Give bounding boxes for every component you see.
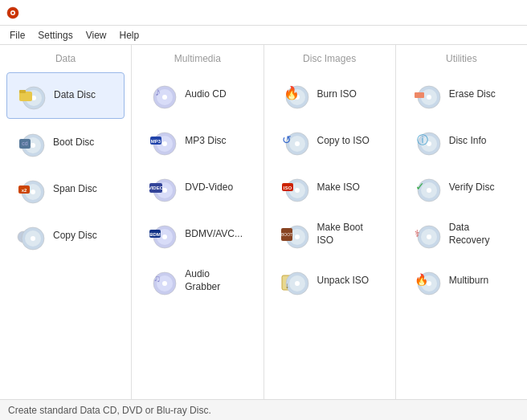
- burn-iso-icon: 🔥: [279, 79, 311, 111]
- svg-text:MP3: MP3: [151, 139, 161, 144]
- svg-text:↓: ↓: [285, 281, 289, 290]
- svg-point-55: [295, 188, 300, 193]
- column-data: DataData DisccdBoot Discx2Span DiscCopy …: [0, 45, 132, 399]
- item-mp3-disc[interactable]: MP3MP3 Disc: [138, 119, 256, 164]
- boot-disc-label: Boot Disc: [53, 137, 94, 149]
- menu-item-settings[interactable]: Settings: [31, 28, 79, 43]
- svg-text:♫: ♫: [153, 273, 161, 284]
- item-data-recovery[interactable]: ⚕Data Recovery: [402, 212, 521, 257]
- svg-text:🔥: 🔥: [284, 85, 300, 100]
- unpack-iso-label: Unpack ISO: [317, 275, 370, 287]
- item-erase-disc[interactable]: Erase Disc: [402, 72, 521, 117]
- svg-point-60: [295, 234, 300, 239]
- item-multiburn[interactable]: 🔥Multiburn: [402, 259, 521, 304]
- svg-text:VIDEO: VIDEO: [149, 186, 164, 190]
- item-data-disc[interactable]: Data Disc: [6, 72, 125, 119]
- column-disc-images: Disc Images🔥Burn ISO↺Copy to ISOISOMake …: [264, 45, 396, 399]
- menu-item-view[interactable]: View: [80, 28, 113, 43]
- span-disc-label: Span Disc: [53, 183, 97, 196]
- copy-to-iso-icon: ↺: [279, 125, 311, 157]
- data-recovery-label: Data Recovery: [449, 222, 513, 247]
- svg-text:cd: cd: [22, 141, 28, 146]
- item-unpack-iso[interactable]: ↓Unpack ISO: [271, 259, 389, 304]
- column-utilities: UtilitiesErase DiscⓘDisc Info✓Verify Dis…: [396, 45, 527, 399]
- item-boot-disc[interactable]: cdBoot Disc: [6, 120, 125, 165]
- make-boot-iso-icon: BOOT: [279, 218, 311, 251]
- dvd-video-label: DVD-Video: [185, 181, 233, 194]
- svg-point-21: [31, 236, 35, 241]
- disc-info-label: Disc Info: [449, 135, 487, 148]
- bdmv-icon: BDM: [146, 218, 178, 251]
- svg-text:🔥: 🔥: [415, 273, 429, 287]
- mp3-disc-icon: MP3: [146, 125, 178, 157]
- erase-disc-icon: [411, 79, 443, 111]
- title-bar-controls: [469, 5, 521, 21]
- svg-point-24: [162, 95, 167, 100]
- svg-text:✓: ✓: [415, 180, 425, 193]
- svg-text:BOOT: BOOT: [280, 232, 292, 237]
- svg-text:x2: x2: [22, 188, 27, 193]
- item-disc-info[interactable]: ⓘDisc Info: [402, 119, 521, 164]
- svg-point-70: [427, 95, 431, 100]
- data-disc-icon: [15, 80, 47, 112]
- svg-point-66: [295, 281, 300, 286]
- multiburn-label: Multiburn: [449, 275, 488, 287]
- menu-item-file[interactable]: File: [3, 28, 31, 43]
- title-bar: [0, 0, 527, 26]
- make-boot-iso-label: Make BootISO: [317, 222, 363, 247]
- close-button[interactable]: [505, 5, 521, 21]
- column-multimedia: Multimedia♪Audio CDMP3MP3 DiscVIDEODVD-V…: [132, 45, 264, 399]
- svg-rect-7: [19, 90, 26, 93]
- copy-to-iso-label: Copy to ISO: [317, 135, 370, 148]
- column-items: ♪Audio CDMP3MP3 DiscVIDEODVD-VideoBDMBDM…: [132, 69, 263, 307]
- item-copy-to-iso[interactable]: ↺Copy to ISO: [271, 119, 389, 164]
- erase-disc-label: Erase Disc: [449, 88, 496, 101]
- item-burn-iso[interactable]: 🔥Burn ISO: [271, 72, 389, 117]
- make-iso-icon: ISO: [279, 172, 311, 204]
- app-logo-icon: [6, 6, 19, 19]
- item-audio-cd[interactable]: ♪Audio CD: [138, 72, 256, 117]
- column-header: Disc Images: [264, 45, 395, 69]
- copy-disc-label: Copy Disc: [53, 230, 97, 243]
- status-bar: Create standard Data CD, DVD or Blu-ray …: [0, 399, 527, 420]
- svg-text:♪: ♪: [155, 85, 161, 98]
- make-iso-label: Make ISO: [317, 181, 360, 194]
- svg-text:ISO: ISO: [283, 186, 292, 190]
- span-disc-icon: x2: [14, 173, 47, 206]
- data-recovery-icon: ⚕: [411, 218, 443, 251]
- dvd-video-icon: VIDEO: [146, 172, 178, 204]
- item-span-disc[interactable]: x2Span Disc: [6, 167, 125, 212]
- svg-point-38: [162, 234, 167, 239]
- column-header: Data: [0, 45, 131, 69]
- svg-rect-71: [415, 92, 424, 98]
- audio-grabber-label: AudioGrabber: [185, 268, 220, 293]
- svg-point-2: [12, 11, 14, 14]
- svg-text:BDM: BDM: [149, 232, 161, 237]
- svg-point-43: [162, 281, 167, 286]
- title-bar-left: [6, 6, 24, 19]
- item-bdmv[interactable]: BDMBDMV/AVC...: [138, 212, 256, 257]
- item-make-iso[interactable]: ISOMake ISO: [271, 165, 389, 210]
- item-verify-disc[interactable]: ✓Verify Disc: [402, 165, 521, 210]
- bdmv-label: BDMV/AVC...: [185, 228, 243, 241]
- svg-text:ⓘ: ⓘ: [417, 133, 428, 146]
- svg-point-28: [162, 141, 167, 146]
- audio-cd-label: Audio CD: [185, 88, 226, 101]
- audio-grabber-icon: ♫: [146, 265, 178, 297]
- column-header: Utilities: [396, 45, 527, 69]
- svg-point-10: [31, 143, 35, 148]
- audio-cd-icon: ♪: [146, 79, 178, 111]
- item-copy-disc[interactable]: Copy Disc: [6, 214, 125, 259]
- column-items: Data DisccdBoot Discx2Span DiscCopy Disc: [0, 69, 131, 262]
- status-text: Create standard Data CD, DVD or Blu-ray …: [8, 405, 211, 416]
- multiburn-icon: 🔥: [411, 265, 443, 297]
- unpack-iso-icon: ↓: [279, 265, 311, 297]
- item-audio-grabber[interactable]: ♫AudioGrabber: [138, 259, 256, 304]
- maximize-button[interactable]: [487, 5, 503, 21]
- svg-text:⚕: ⚕: [415, 228, 420, 239]
- menu-item-help[interactable]: Help: [113, 28, 146, 43]
- item-make-boot-iso[interactable]: BOOTMake BootISO: [271, 212, 389, 257]
- main-content: DataData DisccdBoot Discx2Span DiscCopy …: [0, 45, 527, 399]
- item-dvd-video[interactable]: VIDEODVD-Video: [138, 165, 256, 210]
- minimize-button[interactable]: [469, 5, 485, 21]
